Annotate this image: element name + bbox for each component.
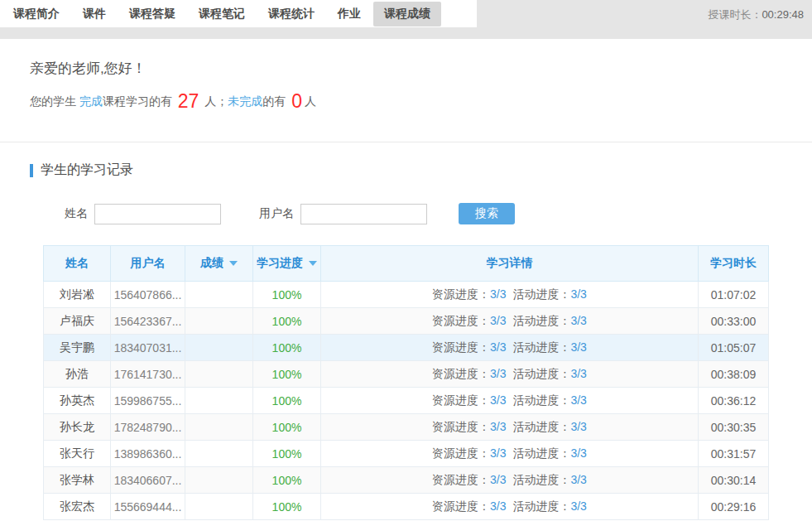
cell-detail: 资源进度：3/3 活动进度：3/3: [321, 361, 699, 388]
cell-username: 159986755...: [111, 388, 185, 414]
cell-detail: 资源进度：3/3 活动进度：3/3: [321, 388, 699, 414]
tab-homework[interactable]: 作业: [327, 2, 372, 27]
detail-resource-label: 资源进度：: [432, 473, 490, 486]
detail-resource-value[interactable]: 3/3: [490, 446, 506, 460]
cell-progress: 100%: [253, 388, 321, 414]
detail-activity-value[interactable]: 3/3: [570, 367, 586, 380]
detail-activity-label: 活动进度：: [512, 287, 570, 301]
tab-course-stats[interactable]: 课程统计: [257, 2, 325, 27]
search-button[interactable]: 搜索: [459, 203, 515, 224]
tab-course-notes[interactable]: 课程笔记: [188, 2, 256, 27]
cell-score: [185, 388, 253, 414]
table-row[interactable]: 张学林 183406607... 100% 资源进度：3/3 活动进度：3/3 …: [44, 467, 769, 494]
cell-name: 孙长龙: [44, 414, 111, 441]
detail-activity-value[interactable]: 3/3: [570, 314, 586, 327]
detail-resource-value[interactable]: 3/3: [490, 393, 506, 407]
progress-sort-icon[interactable]: [309, 261, 317, 266]
tab-course-intro[interactable]: 课程简介: [2, 2, 70, 27]
cell-name: 孙英杰: [44, 388, 111, 414]
cell-progress: 100%: [253, 282, 321, 308]
cell-name: 孙浩: [44, 361, 111, 388]
cell-score: [185, 441, 253, 467]
detail-activity-label: 活动进度：: [512, 446, 570, 460]
cell-username: 155669444...: [111, 494, 185, 520]
greeting-mid2: 人；: [204, 94, 228, 109]
records-table-wrap: 姓名 用户名 成绩 学习进度 学习详情 学习时长 刘岩凇 156407866..…: [43, 245, 768, 520]
detail-activity-label: 活动进度：: [512, 473, 570, 486]
top-header: 课程简介 课件 课程答疑 课程笔记 课程统计 作业 课程成绩 授课时长：00:2…: [0, 0, 812, 39]
cell-progress: 100%: [253, 308, 321, 335]
greeting-mid1: 课程学习的有: [103, 94, 172, 109]
table-row[interactable]: 孙英杰 159986755... 100% 资源进度：3/3 活动进度：3/3 …: [44, 388, 769, 414]
username-input[interactable]: [300, 204, 427, 224]
cell-detail: 资源进度：3/3 活动进度：3/3: [321, 308, 699, 335]
cell-progress: 100%: [253, 335, 321, 361]
score-sort-icon[interactable]: [229, 261, 238, 266]
detail-resource-value[interactable]: 3/3: [490, 314, 506, 327]
greeting-summary: 您的学生 完成课程学习的有 27 人；未完成的有 0人: [30, 92, 812, 111]
detail-resource-value[interactable]: 3/3: [490, 473, 506, 486]
cell-name: 张宏杰: [44, 494, 111, 520]
cell-progress: 100%: [253, 467, 321, 494]
tab-course-grades[interactable]: 课程成绩: [373, 2, 441, 27]
tab-course-qa[interactable]: 课程答疑: [118, 2, 186, 27]
cell-score: [185, 335, 253, 361]
uncompleted-link[interactable]: 未完成: [228, 94, 262, 109]
detail-activity-value[interactable]: 3/3: [570, 473, 586, 486]
detail-resource-value[interactable]: 3/3: [490, 420, 506, 433]
search-form: 姓名 用户名 搜索: [65, 203, 812, 224]
teaching-duration-value: 00:29:48: [762, 8, 804, 21]
col-username: 用户名: [111, 246, 185, 282]
title-accent-bar: [30, 164, 33, 177]
detail-resource-label: 资源进度：: [432, 393, 490, 407]
cell-name: 卢福庆: [44, 308, 111, 335]
detail-activity-value[interactable]: 3/3: [570, 393, 586, 407]
table-header-row: 姓名 用户名 成绩 学习进度 学习详情 学习时长: [44, 246, 769, 282]
detail-resource-label: 资源进度：: [432, 499, 490, 513]
name-label: 姓名: [65, 206, 88, 221]
cell-progress: 100%: [253, 414, 321, 441]
tab-courseware[interactable]: 课件: [72, 2, 117, 27]
cell-score: [185, 361, 253, 388]
cell-score: [185, 308, 253, 335]
detail-resource-value[interactable]: 3/3: [490, 499, 506, 513]
table-row[interactable]: 孙浩 176141730... 100% 资源进度：3/3 活动进度：3/3 0…: [44, 361, 769, 388]
cell-username: 176141730...: [111, 361, 185, 388]
detail-activity-value[interactable]: 3/3: [570, 499, 586, 513]
cell-username: 178248790...: [111, 414, 185, 441]
col-name: 姓名: [44, 246, 111, 282]
cell-detail: 资源进度：3/3 活动进度：3/3: [321, 494, 699, 520]
detail-activity-label: 活动进度：: [512, 340, 570, 354]
col-progress: 学习进度: [253, 246, 321, 282]
table-row[interactable]: 吴宇鹏 183407031... 100% 资源进度：3/3 活动进度：3/3 …: [44, 335, 769, 361]
table-row[interactable]: 卢福庆 156423367... 100% 资源进度：3/3 活动进度：3/3 …: [44, 308, 769, 335]
detail-activity-value[interactable]: 3/3: [570, 287, 586, 301]
cell-duration: 00:33:00: [699, 308, 769, 335]
detail-activity-value[interactable]: 3/3: [570, 446, 586, 460]
detail-resource-value[interactable]: 3/3: [490, 287, 506, 301]
detail-resource-value[interactable]: 3/3: [490, 340, 506, 354]
cell-duration: 00:30:14: [699, 467, 769, 494]
cell-name: 刘岩凇: [44, 282, 111, 308]
name-input[interactable]: [94, 204, 221, 224]
detail-activity-label: 活动进度：: [512, 499, 570, 513]
detail-activity-value[interactable]: 3/3: [570, 420, 586, 433]
detail-activity-value[interactable]: 3/3: [570, 340, 586, 354]
table-row[interactable]: 张宏杰 155669444... 100% 资源进度：3/3 活动进度：3/3 …: [44, 494, 769, 520]
detail-resource-label: 资源进度：: [432, 420, 490, 433]
cell-duration: 00:31:57: [699, 441, 769, 467]
detail-resource-label: 资源进度：: [432, 367, 490, 380]
section-title: 学生的学习记录: [30, 162, 812, 179]
cell-progress: 100%: [253, 361, 321, 388]
table-row[interactable]: 张天行 138986360... 100% 资源进度：3/3 活动进度：3/3 …: [44, 441, 769, 467]
records-section: 学生的学习记录 姓名 用户名 搜索 姓名 用户名 成绩 学习进度 学习详情 学习…: [0, 142, 812, 520]
completed-link[interactable]: 完成: [79, 94, 103, 109]
completed-count: 27: [175, 92, 202, 111]
table-row[interactable]: 刘岩凇 156407866... 100% 资源进度：3/3 活动进度：3/3 …: [44, 282, 769, 308]
detail-activity-label: 活动进度：: [512, 420, 570, 433]
detail-resource-value[interactable]: 3/3: [490, 367, 506, 380]
cell-detail: 资源进度：3/3 活动进度：3/3: [321, 414, 699, 441]
table-row[interactable]: 孙长龙 178248790... 100% 资源进度：3/3 活动进度：3/3 …: [44, 414, 769, 441]
detail-resource-label: 资源进度：: [432, 340, 490, 354]
cell-name: 吴宇鹏: [44, 335, 111, 361]
